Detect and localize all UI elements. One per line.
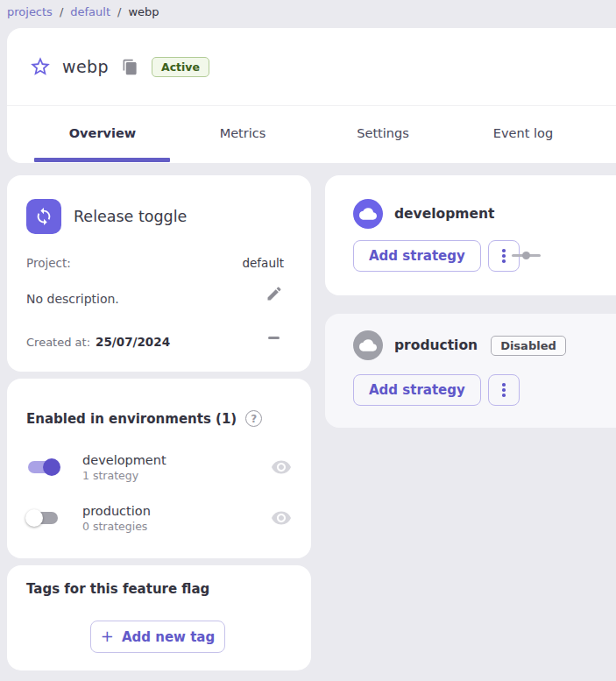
enabled-environments-title: Enabled in environments (1) xyxy=(26,411,237,427)
add-strategy-button-development[interactable]: Add strategy xyxy=(353,240,481,272)
release-toggle-sync-icon xyxy=(26,199,61,234)
strategy-connector-icon xyxy=(512,254,541,257)
env-strategy-count-development: 1 strategy xyxy=(82,469,271,482)
project-row: Project: default xyxy=(26,256,284,270)
add-new-tag-label: Add new tag xyxy=(122,629,215,645)
tab-settings[interactable]: Settings xyxy=(313,106,453,162)
environment-panel-production: production Disabled Add strategy xyxy=(325,314,616,428)
created-at-label: Created at: xyxy=(26,336,90,349)
created-at-value: 25/07/2024 xyxy=(96,335,170,349)
feature-title-row: webp Active xyxy=(7,28,616,106)
breadcrumb-separator: / xyxy=(60,5,63,18)
eye-icon-production[interactable] xyxy=(271,507,292,528)
breadcrumb-separator: / xyxy=(117,5,121,18)
favorite-star-icon[interactable] xyxy=(29,55,52,78)
environment-panel-development: development Add strategy xyxy=(325,175,616,295)
created-at-row: Created at:25/07/2024 xyxy=(26,335,170,349)
env-name-development: development xyxy=(82,453,271,467)
disabled-badge: Disabled xyxy=(491,336,566,356)
toggle-production[interactable] xyxy=(28,512,58,524)
project-value: default xyxy=(242,256,284,270)
copy-name-icon[interactable] xyxy=(122,59,138,75)
add-strategy-button-production[interactable]: Add strategy xyxy=(353,374,481,406)
cloud-icon-production xyxy=(353,330,383,360)
breadcrumb: projects / default / webp xyxy=(7,0,159,23)
env-toggle-row-production: production 0 strategies xyxy=(25,500,292,536)
flag-type-label: Release toggle xyxy=(74,208,187,225)
enabled-environments-card: Enabled in environments (1) ? developmen… xyxy=(7,379,311,558)
plus-icon: + xyxy=(101,627,114,645)
page-title: webp xyxy=(62,57,109,76)
tab-overview[interactable]: Overview xyxy=(32,106,173,162)
flag-details-card: Release toggle Project: default No descr… xyxy=(7,175,311,372)
env-toggle-row-development: development 1 strategy xyxy=(25,449,292,486)
eye-icon-development[interactable] xyxy=(271,457,292,478)
breadcrumb-link-default[interactable]: default xyxy=(70,5,110,18)
env-panel-name-development: development xyxy=(394,206,494,222)
feature-flag-page: projects / default / webp webp Active Ov… xyxy=(0,0,616,681)
collapse-dash-icon xyxy=(268,337,280,339)
cloud-icon-development xyxy=(353,199,383,229)
toggle-development[interactable] xyxy=(28,461,58,473)
feature-header-card: webp Active Overview Metrics Settings Ev… xyxy=(7,28,616,163)
tab-event-log[interactable]: Event log xyxy=(453,106,593,162)
help-icon[interactable]: ? xyxy=(245,410,262,427)
breadcrumb-link-projects[interactable]: projects xyxy=(7,5,53,18)
env-panel-name-production: production xyxy=(394,337,478,353)
tags-title: Tags for this feature flag xyxy=(26,581,209,597)
project-label: Project: xyxy=(26,256,71,270)
tags-card: Tags for this feature flag + Add new tag xyxy=(7,565,311,670)
env-strategy-count-production: 0 strategies xyxy=(82,520,271,533)
add-new-tag-button[interactable]: + Add new tag xyxy=(90,621,225,653)
status-badge: Active xyxy=(152,57,209,77)
tab-bar: Overview Metrics Settings Event log xyxy=(7,106,616,162)
edit-description-pencil-icon[interactable] xyxy=(266,285,283,302)
env-name-production: production xyxy=(82,504,271,518)
breadcrumb-current: webp xyxy=(128,5,159,18)
flag-description: No description. xyxy=(26,292,119,306)
tab-metrics[interactable]: Metrics xyxy=(173,106,313,162)
more-actions-kebab-production[interactable] xyxy=(488,374,520,406)
